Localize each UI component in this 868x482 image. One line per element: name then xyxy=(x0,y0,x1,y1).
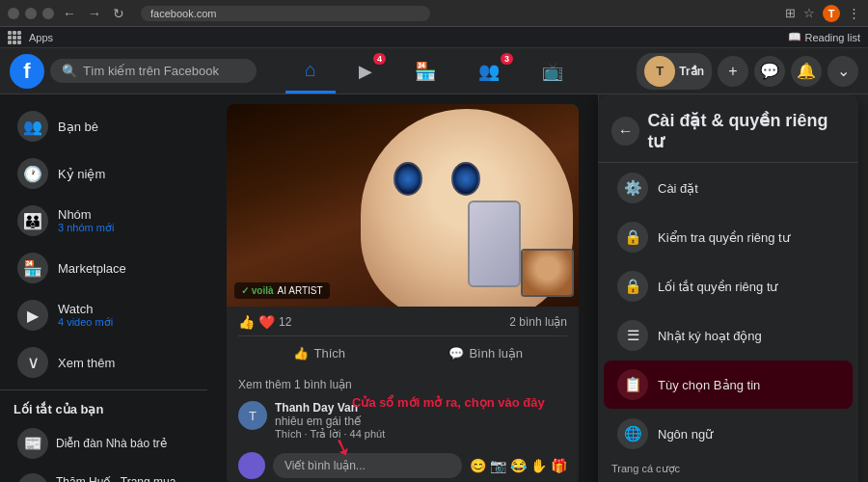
fb-main-row: 👥 Bạn bè 🕐 Kỷ niệm 👪 Nhóm 3 nhóm mới xyxy=(0,94,868,482)
sidebar-item-friends[interactable]: 👥 Bạn bè xyxy=(6,103,202,149)
settings-item-settings[interactable]: ⚙️ Cài đặt xyxy=(604,164,853,212)
language-icon: 🌐 xyxy=(617,418,648,449)
settings-label: Cài đặt xyxy=(658,181,698,196)
reactions-count: 12 xyxy=(279,315,291,329)
marketplace-icon: 🏪 xyxy=(17,253,48,283)
newsfeed-icon: 📋 xyxy=(617,369,648,400)
shortcut-news[interactable]: 📰 Diễn đàn Nhà báo trẻ xyxy=(6,421,202,466)
privacy-check-icon: 🔒 xyxy=(617,222,648,253)
extensions-icon[interactable]: ⊞ xyxy=(785,6,796,20)
like-btn[interactable]: 👍 Thích xyxy=(238,340,401,366)
settings-item-privacy-check[interactable]: 🔒 Kiểm tra quyền riêng tư xyxy=(604,213,853,261)
settings-item-newsfeed[interactable]: 📋 Tùy chọn Bảng tin xyxy=(604,361,853,409)
browser-forward-btn[interactable]: → xyxy=(85,6,104,21)
center-area: ✓ voilà AI ARTIST 👍 ❤️ 12 xyxy=(207,94,598,482)
love-emoji: ❤️ xyxy=(258,314,275,330)
emoji-icon-5[interactable]: 🎁 xyxy=(551,458,567,473)
comment-input-row: 😊 📷 😂 ✋ 🎁 xyxy=(227,446,579,482)
privacy-shortcut-icon: 🔒 xyxy=(617,271,648,302)
right-panel-area: ← Cài đặt & quyền riêng tư ⚙️ Cài đặt 🔒 … xyxy=(598,94,868,482)
fb-container: f 🔍 ⌂ ▶4 🏪 👥3 📺 T Trần + 💬 🔔 ⌄ xyxy=(0,48,868,482)
center-feed: ✓ voilà AI ARTIST 👍 ❤️ 12 xyxy=(207,94,598,482)
language-label: Ngôn ngữ xyxy=(658,427,713,442)
browser-url-bar[interactable]: facebook.com xyxy=(141,6,430,21)
top-nav: f 🔍 ⌂ ▶4 🏪 👥3 📺 T Trần + 💬 🔔 ⌄ xyxy=(0,48,868,94)
browser-chrome: ← → ↻ facebook.com ⊞ ☆ T ⋮ xyxy=(0,0,868,27)
comment-avatar: T xyxy=(238,401,267,430)
tab-home[interactable]: ⌂ xyxy=(285,49,336,94)
memories-icon: 🕐 xyxy=(17,158,48,189)
settings-back-btn[interactable]: ← xyxy=(611,117,639,146)
tab-store[interactable]: 🏪 xyxy=(395,49,455,94)
browser-min-btn xyxy=(25,8,37,19)
settings-item-language[interactable]: 🌐 Ngôn ngữ xyxy=(604,410,853,458)
settings-item-privacy-shortcut[interactable]: 🔒 Lối tắt quyền riêng tư xyxy=(604,262,853,310)
sidebar-item-watch[interactable]: ▶ Watch 4 video mới xyxy=(6,292,202,338)
post-actions: 👍 Thích 💬 Bình luận xyxy=(238,336,567,366)
nav-tabs: ⌂ ▶4 🏪 👥3 📺 xyxy=(285,49,583,94)
activity-log-label: Nhật ký hoạt động xyxy=(658,329,762,343)
apps-label: Apps xyxy=(29,32,53,43)
comment-row: T Thanh Day Van nhiêu em gái thế Thích ·… xyxy=(227,395,579,446)
settings-panel: ← Cài đặt & quyền riêng tư ⚙️ Cài đặt 🔒 … xyxy=(598,94,858,482)
emoji-icon-1[interactable]: 😊 xyxy=(470,458,486,473)
tab-tv[interactable]: 📺 xyxy=(523,49,583,94)
post-card: ✓ voilà AI ARTIST 👍 ❤️ 12 xyxy=(227,104,579,482)
settings-header: ← Cài đặt & quyền riêng tư xyxy=(598,102,858,163)
emoji-icon-4[interactable]: ✋ xyxy=(530,458,547,473)
comment-content: Thanh Day Van nhiêu em gái thế Thích · T… xyxy=(275,401,567,441)
privacy-shortcut-label: Lối tắt quyền riêng tư xyxy=(658,280,778,294)
emoji-icon-2[interactable]: 📷 xyxy=(490,458,506,473)
comment-author: Thanh Day Van xyxy=(275,401,567,415)
chevron-down-btn[interactable]: ⌄ xyxy=(827,56,858,87)
search-input[interactable] xyxy=(83,64,245,78)
sidebar-item-marketplace[interactable]: 🏪 Marketplace xyxy=(6,245,202,291)
comment-icon: 💬 xyxy=(448,346,464,361)
reading-list[interactable]: 📖 Reading list xyxy=(788,31,860,43)
shortcut-hue-label: Thăm Huế - Trang mua bán rao vặt Huế xyxy=(56,475,190,482)
reading-list-icon: 📖 xyxy=(788,31,801,43)
profile-icon[interactable]: T xyxy=(823,5,840,22)
sidebar-item-groups[interactable]: 👪 Nhóm 3 nhóm mới xyxy=(6,198,202,244)
tab-people[interactable]: 👥3 xyxy=(459,49,519,94)
bookmark-icon[interactable]: ☆ xyxy=(803,6,815,20)
menu-icon[interactable]: ⋮ xyxy=(848,6,860,20)
messenger-btn[interactable]: 💬 xyxy=(754,56,785,87)
tab-video[interactable]: ▶4 xyxy=(339,49,392,94)
settings-item-activity-log[interactable]: ☰ Nhật ký hoạt động xyxy=(604,311,853,360)
add-btn[interactable]: + xyxy=(718,56,748,87)
apps-grid-icon[interactable] xyxy=(8,31,21,44)
user-name: Trần xyxy=(679,65,704,78)
fb-logo[interactable]: f xyxy=(10,54,44,89)
commenter-avatar xyxy=(238,452,265,479)
watermark-text: AI ARTIST xyxy=(278,285,323,296)
friends-label: Bạn bè xyxy=(58,120,98,134)
comment-emoji-btns: 😊 📷 😂 ✋ 🎁 xyxy=(470,458,567,473)
blocked-section-hint: Trang cá cược xyxy=(598,459,858,479)
view-comments-btn[interactable]: Xem thêm 1 bình luận xyxy=(227,374,579,395)
shortcut-news-icon: 📰 xyxy=(17,428,48,459)
post-image: ✓ voilà AI ARTIST xyxy=(227,104,579,307)
browser-refresh-btn[interactable]: ↻ xyxy=(110,6,127,21)
browser-back-btn[interactable]: ← xyxy=(60,6,79,21)
sidebar-item-see-more[interactable]: ∨ Xem thêm xyxy=(6,339,202,386)
shortcut-hue[interactable]: 🏘 Thăm Huế - Trang mua bán rao vặt Huế xyxy=(6,467,202,482)
memories-label: Kỷ niệm xyxy=(58,167,105,181)
settings-gear-icon: ⚙️ xyxy=(617,173,648,203)
emoji-icon-3[interactable]: 😂 xyxy=(510,458,527,473)
user-avatar: T xyxy=(644,56,675,87)
user-profile-btn[interactable]: T Trần xyxy=(637,53,712,90)
bell-btn[interactable]: 🔔 xyxy=(791,56,822,87)
watch-label: Watch xyxy=(58,302,113,316)
video-badge: 4 xyxy=(373,53,386,65)
people-badge: 3 xyxy=(501,53,513,65)
comment-btn[interactable]: 💬 Bình luận xyxy=(405,340,568,366)
comment-meta: Thích · Trả lời · 44 phút xyxy=(275,428,385,441)
see-more-icon: ∨ xyxy=(17,347,48,378)
sidebar-divider xyxy=(0,389,207,390)
top-nav-right: T Trần + 💬 🔔 ⌄ xyxy=(637,53,858,90)
apps-bar: Apps 📖 Reading list xyxy=(0,27,868,48)
sidebar-item-memories[interactable]: 🕐 Kỷ niệm xyxy=(6,150,202,197)
comment-text: nhiêu em gái thế xyxy=(275,415,567,428)
comment-input[interactable] xyxy=(273,453,462,478)
